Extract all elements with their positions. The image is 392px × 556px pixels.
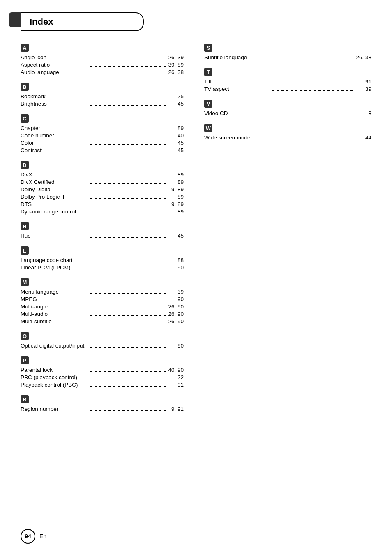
entry-page: 26, 38 (355, 54, 371, 60)
entry-term: Brightness (21, 101, 86, 107)
section-letter-c: C (21, 114, 29, 123)
entry-term: Chapter (21, 125, 86, 131)
entry-term: Title (204, 79, 270, 85)
section-l: LLanguage code chart88Linear PCM (LPCM)9… (21, 246, 184, 271)
entry-dots (272, 59, 353, 59)
entry-list-o: Optical digital output/input90 (21, 343, 184, 349)
index-entry: PBC (playback control)22 (21, 374, 184, 380)
entry-term: Audio language (21, 69, 86, 75)
entry-dots (88, 347, 166, 348)
left-column: AAngle icon26, 39Aspect ratio39, 89Audio… (21, 44, 196, 419)
entry-page: 89 (167, 171, 184, 178)
entry-term: Color (21, 140, 86, 146)
section-d: DDivX89DivX Certified89Dolby Digital9, 8… (21, 161, 184, 215)
entry-page: 26, 38 (167, 69, 184, 75)
section-t: TTitle91TV aspect39 (204, 68, 371, 92)
index-entry: DTS9, 89 (21, 201, 184, 207)
entry-dots (88, 371, 166, 372)
index-entry: Region number9, 91 (21, 406, 184, 412)
entry-list-r: Region number9, 91 (21, 406, 184, 412)
section-letter-r: R (21, 395, 29, 403)
entry-term: Region number (21, 406, 86, 412)
entry-dots (88, 198, 166, 199)
section-c: CChapter89Code number40Color45Contrast45 (21, 114, 184, 153)
entry-term: Language code chart (21, 257, 86, 263)
entry-page: 22 (167, 374, 184, 380)
index-entry: Video CD8 (204, 110, 371, 116)
entry-list-d: DivX89DivX Certified89Dolby Digital9, 89… (21, 171, 184, 215)
entry-dots (88, 130, 166, 130)
entry-page: 45 (167, 140, 184, 146)
section-a: AAngle icon26, 39Aspect ratio39, 89Audio… (21, 44, 184, 75)
entry-term: PBC (playback control) (21, 374, 86, 380)
entry-dots (88, 293, 166, 294)
section-s: SSubtitle language26, 38 (204, 44, 371, 60)
entry-list-s: Subtitle language26, 38 (204, 54, 371, 60)
entry-page: 26, 90 (167, 318, 184, 324)
entry-page: 45 (167, 233, 184, 239)
index-entry: Dynamic range control89 (21, 208, 184, 215)
entry-dots (88, 98, 166, 98)
header-tab (9, 12, 21, 27)
entry-page: 8 (355, 110, 371, 116)
entry-dots (88, 315, 166, 316)
entry-term: Dolby Digital (21, 186, 86, 192)
index-entry: Wide screen mode44 (204, 134, 371, 141)
entry-dots (88, 152, 166, 152)
entry-page: 45 (167, 101, 184, 107)
entry-page: 89 (167, 194, 184, 200)
entry-page: 26, 39 (167, 54, 184, 60)
index-entry: Chapter89 (21, 125, 184, 131)
section-letter-b: B (21, 83, 29, 91)
index-entry: Dolby Pro Logic II89 (21, 194, 184, 200)
index-entry: DivX89 (21, 171, 184, 178)
entry-list-v: Video CD8 (204, 110, 371, 116)
entry-term: Contrast (21, 147, 86, 153)
index-entry: Title91 (204, 79, 371, 85)
entry-page: 25 (167, 93, 184, 100)
index-columns: AAngle icon26, 39Aspect ratio39, 89Audio… (21, 44, 371, 419)
section-letter-h: H (21, 222, 29, 230)
section-m: MMenu language39MPEG90Multi-angle26, 90M… (21, 278, 184, 324)
entry-term: Angle icon (21, 54, 86, 60)
entry-page: 91 (167, 382, 184, 388)
section-letter-m: M (21, 278, 29, 286)
entry-page: 26, 90 (167, 311, 184, 317)
entry-page: 45 (167, 147, 184, 153)
index-entry: Multi-audio26, 90 (21, 311, 184, 317)
index-entry: Color45 (21, 140, 184, 146)
index-entry: DivX Certified89 (21, 179, 184, 185)
section-letter-o: O (21, 332, 29, 340)
entry-page: 89 (167, 125, 184, 131)
entry-term: Optical digital output/input (21, 343, 86, 349)
entry-list-l: Language code chart88Linear PCM (LPCM)90 (21, 257, 184, 271)
entry-page: 26, 90 (167, 303, 184, 310)
section-r: RRegion number9, 91 (21, 395, 184, 412)
language-label: En (39, 533, 46, 540)
entry-term: Multi-audio (21, 311, 86, 317)
entry-page: 39 (167, 289, 184, 295)
entry-page: 89 (167, 179, 184, 185)
entry-term: Multi-angle (21, 303, 86, 310)
index-entry: Optical digital output/input90 (21, 343, 184, 349)
entry-dots (88, 176, 166, 176)
index-entry: Aspect ratio39, 89 (21, 62, 184, 68)
index-entry: Multi-angle26, 90 (21, 303, 184, 310)
entry-list-p: Parental lock40, 90PBC (playback control… (21, 367, 184, 388)
entry-term: Bookmark (21, 93, 86, 100)
section-letter-w: W (204, 124, 212, 132)
page-title: Index (30, 16, 53, 27)
entry-dots (88, 144, 166, 145)
section-v: VVideo CD8 (204, 100, 371, 116)
entry-page: 91 (355, 79, 371, 85)
index-entry: Linear PCM (LPCM)90 (21, 264, 184, 271)
section-letter-a: A (21, 44, 29, 52)
entry-page: 40, 90 (167, 367, 184, 373)
entry-dots (88, 191, 166, 191)
entry-term: MPEG (21, 296, 86, 302)
page-number: 94 (21, 529, 35, 544)
entry-page: 39 (355, 86, 371, 92)
entry-dots (272, 83, 353, 83)
right-column: SSubtitle language26, 38TTitle91TV aspec… (196, 44, 371, 419)
index-entry: Contrast45 (21, 147, 184, 153)
